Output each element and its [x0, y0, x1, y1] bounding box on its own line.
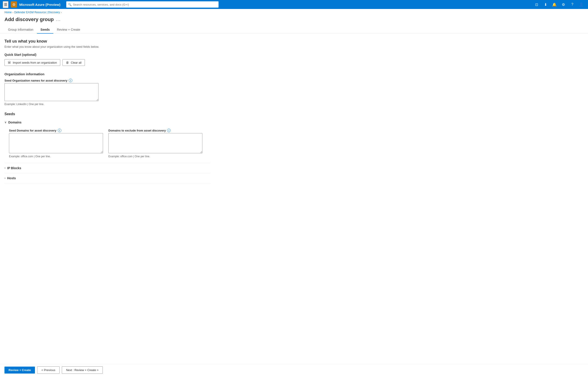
user-icon-button[interactable]: 👤: [577, 0, 585, 9]
search-container: 🔍: [66, 1, 219, 8]
organization-information-section: Organization information Seed Organizati…: [4, 72, 210, 106]
app-title: Microsoft Azure (Preview): [19, 3, 61, 7]
breadcrumb: Home › Defender EASM Resource | Discover…: [0, 9, 588, 16]
exclude-domains-field: Domains to exclude from asset discovery …: [108, 129, 202, 158]
import-icon: 🏛: [8, 61, 11, 64]
seed-domains-label: Seed Domains for asset discovery i: [9, 129, 103, 132]
seeds-heading: Tell us what you know: [4, 39, 210, 44]
domain-fields-row: Seed Domains for asset discovery i Examp…: [9, 129, 210, 158]
bell-icon-button[interactable]: 🔔: [550, 0, 558, 9]
hamburger-menu-button[interactable]: ☰: [3, 1, 9, 8]
download-icon-button[interactable]: ⬇: [541, 0, 549, 9]
org-names-field: Seed Organization names for asset discov…: [4, 79, 210, 106]
import-seeds-button[interactable]: 🏛 Import seeds from an organization: [4, 59, 60, 66]
main-content: Tell us what you know Enter what you kno…: [0, 34, 215, 204]
help-icon-button[interactable]: ?: [568, 0, 576, 9]
trash-icon: 🗑: [66, 61, 69, 64]
tab-seeds[interactable]: Seeds: [37, 26, 53, 34]
seed-domains-hint: Example: office.com | One per line.: [9, 155, 103, 158]
divider-1: [4, 163, 210, 163]
seeds-description: Enter what you know about your organizat…: [4, 45, 210, 48]
breadcrumb-discovery[interactable]: Defender EASM Resource | Discovery: [14, 11, 60, 14]
domains-chevron-icon: ∨: [4, 121, 7, 124]
org-names-label: Seed Organization names for asset discov…: [4, 79, 210, 82]
divider-3: [4, 183, 210, 183]
search-icon: 🔍: [68, 3, 72, 6]
hosts-collapsible: › Hosts: [4, 174, 210, 182]
seed-domains-textarea[interactable]: [9, 133, 103, 153]
org-section-title: Organization information: [4, 72, 210, 76]
seeds-section-title: Seeds: [4, 112, 210, 116]
page-header: Add discovery group ...: [0, 16, 588, 26]
hosts-label: Hosts: [7, 176, 16, 180]
exclude-domains-textarea[interactable]: [108, 133, 202, 153]
breadcrumb-sep-2: ›: [61, 11, 62, 14]
exclude-domains-label: Domains to exclude from asset discovery …: [108, 129, 202, 132]
seed-domains-info-icon[interactable]: i: [58, 129, 61, 132]
domains-collapsible: ∨ Domains Seed Domains for asset discove…: [4, 119, 210, 161]
topnav-action-bar: ⊡ ⬇ 🔔 ⚙ ? 👤: [533, 0, 585, 9]
monitor-icon-button[interactable]: ⊡: [533, 0, 541, 9]
page-title: Add discovery group: [4, 17, 54, 22]
search-input[interactable]: [73, 3, 217, 6]
quickstart-label: Quick Start (optional): [4, 53, 210, 56]
quickstart-buttons: 🏛 Import seeds from an organization 🗑 Cl…: [4, 59, 210, 66]
tab-bar: Group Information Seeds Review + Create: [0, 26, 588, 34]
ip-blocks-header[interactable]: › IP Blocks: [4, 164, 210, 172]
domains-header[interactable]: ∨ Domains: [4, 119, 210, 126]
exclude-domains-info-icon[interactable]: i: [167, 129, 171, 132]
hosts-header[interactable]: › Hosts: [4, 174, 210, 182]
clear-all-label: Clear all: [71, 61, 82, 64]
ip-blocks-collapsible: › IP Blocks: [4, 164, 210, 172]
top-navigation: ☰ ⚙ Microsoft Azure (Preview) 🔍 ⊡ ⬇ 🔔 ⚙ …: [0, 0, 588, 9]
domains-content: Seed Domains for asset discovery i Examp…: [4, 126, 210, 161]
clear-all-button[interactable]: 🗑 Clear all: [63, 59, 85, 66]
tab-review-create[interactable]: Review + Create: [53, 26, 84, 34]
divider-2: [4, 173, 210, 173]
breadcrumb-sep-1: ›: [12, 11, 13, 14]
breadcrumb-home[interactable]: Home: [4, 11, 12, 14]
hosts-chevron-icon: ›: [3, 178, 7, 179]
app-icon: ⚙: [11, 1, 17, 8]
org-names-hint: Example: LinkedIn | One per line.: [4, 103, 210, 106]
seed-domains-field: Seed Domains for asset discovery i Examp…: [9, 129, 103, 158]
settings-icon-button[interactable]: ⚙: [559, 0, 567, 9]
import-seeds-label: Import seeds from an organization: [13, 61, 57, 64]
quickstart-section: Quick Start (optional) 🏛 Import seeds fr…: [4, 53, 210, 66]
exclude-domains-hint: Example: office.com | One per line.: [108, 155, 202, 158]
seeds-section: Seeds ∨ Domains Seed Domains for asset d…: [4, 112, 210, 183]
ip-blocks-chevron-icon: ›: [3, 168, 7, 169]
org-names-info-icon[interactable]: i: [69, 79, 72, 82]
tab-group-information[interactable]: Group Information: [4, 26, 37, 34]
ip-blocks-label: IP Blocks: [7, 166, 21, 170]
org-names-textarea[interactable]: [4, 83, 98, 101]
domains-label: Domains: [8, 120, 21, 124]
more-options-button[interactable]: ...: [56, 17, 61, 22]
